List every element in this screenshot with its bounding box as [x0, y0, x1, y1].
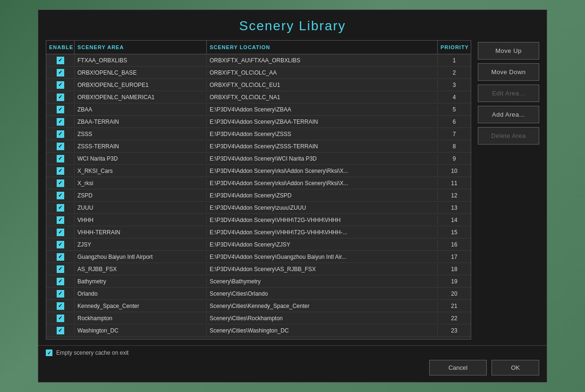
row-enable[interactable]: [46, 190, 75, 201]
checkbox[interactable]: [57, 118, 64, 126]
table-row[interactable]: ZJSYE:\P3DV4\Addon Scenery\ZJSY16: [46, 239, 471, 251]
ok-button[interactable]: OK: [492, 360, 539, 375]
checkbox[interactable]: [57, 179, 64, 187]
row-enable[interactable]: [46, 215, 75, 225]
row-enable[interactable]: [46, 153, 75, 164]
checkbox[interactable]: [57, 81, 64, 89]
row-location: Scenery\Cities\Orlando: [207, 289, 438, 298]
table-row[interactable]: ORBX!OPENLC_NAMERICA1ORBX\FTX_OLC\OLC_NA…: [46, 91, 471, 103]
table-row[interactable]: ORBX!OPENLC_BASEORBX\FTX_OLC\OLC_AA2: [46, 67, 471, 79]
checkbox[interactable]: [57, 106, 64, 113]
row-area: ZSSS: [75, 129, 207, 139]
table-row[interactable]: VHHH-TERRAINE:\P3DV4\Addon Scenery\VHHH\…: [46, 226, 471, 239]
table-row[interactable]: AS_RJBB_FSXE:\P3DV4\Addon Scenery\AS_RJB…: [46, 263, 471, 275]
row-enable[interactable]: [46, 141, 75, 152]
table-row[interactable]: ZBAA-TERRAINE:\P3DV4\Addon Scenery\ZBAA-…: [46, 116, 471, 128]
table-row[interactable]: X_RKSI_CarsE:\P3DV4\Addon Scenery\rksi\A…: [46, 165, 471, 177]
checkbox[interactable]: [57, 315, 64, 322]
table-row[interactable]: Guangzhou Baiyun Intl AirportE:\P3DV4\Ad…: [46, 251, 471, 263]
checkbox[interactable]: [57, 327, 64, 334]
checkbox[interactable]: [57, 155, 64, 162]
row-enable[interactable]: [46, 313, 75, 324]
move-up-button[interactable]: Move Up: [478, 42, 539, 60]
checkbox[interactable]: [57, 265, 64, 273]
checkbox[interactable]: [57, 130, 64, 138]
table-row[interactable]: BathymetryScenery\Bathymetry19: [46, 275, 471, 288]
row-enable[interactable]: [46, 117, 75, 127]
row-priority: 6: [438, 117, 471, 127]
row-location: E:\P3DV4\Addon Scenery\ZJSY: [207, 240, 438, 249]
row-enable[interactable]: [46, 325, 75, 336]
row-enable[interactable]: [46, 264, 75, 274]
row-enable[interactable]: [46, 68, 75, 78]
footer-bar: Empty scenery cache on exit: [38, 345, 547, 360]
table-row[interactable]: WCI Narita P3DE:\P3DV4\Addon Scenery\WCI…: [46, 153, 471, 165]
row-location: E:\P3DV4\Addon Scenery\zuuu\ZUUU: [207, 203, 438, 213]
row-priority: 23: [438, 326, 471, 335]
move-down-button[interactable]: Move Down: [478, 63, 539, 81]
row-location: E:\P3DV4\Addon Scenery\ZSSS: [207, 129, 438, 139]
row-priority: 12: [438, 191, 471, 200]
cancel-button[interactable]: Cancel: [429, 360, 487, 375]
table-row[interactable]: ZSPDE:\P3DV4\Addon Scenery\ZSPD12: [46, 189, 471, 202]
table-row[interactable]: OrlandoScenery\Cities\Orlando20: [46, 288, 471, 300]
row-area: ZJSY: [75, 240, 207, 249]
row-enable[interactable]: [46, 178, 75, 188]
row-enable[interactable]: [46, 104, 75, 115]
row-enable[interactable]: [46, 166, 75, 176]
row-location: Scenery\Cities\Rockhampton: [207, 314, 438, 323]
row-enable[interactable]: [46, 289, 75, 299]
row-enable[interactable]: [46, 129, 75, 139]
table-row[interactable]: X_rksiE:\P3DV4\Addon Scenery\rksi\Addon …: [46, 177, 471, 189]
delete-area-button[interactable]: Delete Area: [478, 127, 539, 145]
row-enable[interactable]: [46, 239, 75, 250]
checkbox[interactable]: [57, 290, 64, 298]
table-row[interactable]: RockhamptonScenery\Cities\Rockhampton22: [46, 312, 471, 324]
row-priority: 18: [438, 264, 471, 274]
row-enable[interactable]: [46, 92, 75, 102]
row-area: FTXAA_ORBXLIBS: [75, 56, 207, 65]
table-row[interactable]: Kennedy_Space_CenterScenery\Cities\Kenne…: [46, 300, 471, 312]
checkbox[interactable]: [57, 143, 64, 150]
add-area-button[interactable]: Add Area...: [478, 106, 539, 123]
cache-checkbox[interactable]: [46, 349, 52, 356]
table-row[interactable]: VHHHE:\P3DV4\Addon Scenery\VHHH\T2G-VHHH…: [46, 214, 471, 226]
row-enable[interactable]: [46, 301, 75, 311]
table-row[interactable]: ZSSS-TERRAINE:\P3DV4\Addon Scenery\ZSSS-…: [46, 140, 471, 153]
checkbox[interactable]: [57, 69, 64, 77]
table-row[interactable]: ZSSSE:\P3DV4\Addon Scenery\ZSSS7: [46, 128, 471, 140]
row-area: ZBAA: [75, 105, 207, 114]
row-area: X_RKSI_Cars: [75, 166, 207, 176]
checkbox[interactable]: [57, 302, 64, 310]
table-row[interactable]: ZUUUE:\P3DV4\Addon Scenery\zuuu\ZUUU13: [46, 202, 471, 214]
table-row[interactable]: Washington_DCScenery\Cities\Washington_D…: [46, 324, 471, 337]
edit-area-button[interactable]: Edit Area...: [478, 85, 539, 102]
checkbox[interactable]: [57, 216, 64, 224]
row-enable[interactable]: [46, 227, 75, 238]
table-row[interactable]: ORBX!OPENLC_EUROPE1ORBX\FTX_OLC\OLC_EU13: [46, 79, 471, 91]
table-row[interactable]: ZBAAE:\P3DV4\Addon Scenery\ZBAA5: [46, 103, 471, 116]
row-enable[interactable]: [46, 80, 75, 90]
row-location: ORBX\FTX_OLC\OLC_NA1: [207, 93, 438, 102]
row-enable[interactable]: [46, 203, 75, 213]
row-enable[interactable]: [46, 276, 75, 287]
checkbox[interactable]: [57, 192, 64, 199]
row-enable[interactable]: [46, 252, 75, 262]
row-location: E:\P3DV4\Addon Scenery\VHHH\T2G-VHHH\VHH…: [207, 215, 438, 225]
checkbox[interactable]: [57, 229, 64, 236]
table-body[interactable]: FTXAA_ORBXLIBSORBX\FTX_AU\FTXAA_ORBXLIBS…: [46, 54, 471, 339]
row-enable[interactable]: [46, 55, 75, 66]
row-priority: 3: [438, 80, 471, 90]
row-priority: 16: [438, 240, 471, 249]
checkbox[interactable]: [57, 57, 64, 64]
row-area: ZSPD: [75, 191, 207, 200]
checkbox[interactable]: [57, 167, 64, 175]
checkbox[interactable]: [57, 94, 64, 101]
table-row[interactable]: FTXAA_ORBXLIBSORBX\FTX_AU\FTXAA_ORBXLIBS…: [46, 54, 471, 67]
checkbox[interactable]: [57, 204, 64, 212]
checkbox[interactable]: [57, 241, 64, 248]
checkbox[interactable]: [57, 278, 64, 285]
row-priority: 20: [438, 289, 471, 298]
checkbox[interactable]: [57, 253, 64, 261]
row-area: ZUUU: [75, 203, 207, 213]
